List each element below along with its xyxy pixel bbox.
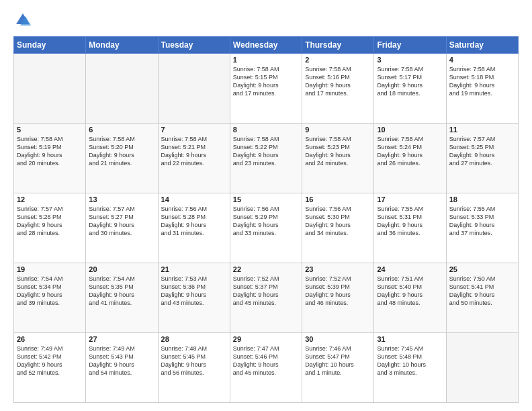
day-number: 21 xyxy=(161,265,227,273)
cell-line: and 17 minutes. xyxy=(233,89,299,97)
cell-text: Sunrise: 7:56 AMSunset: 5:29 PMDaylight:… xyxy=(233,205,299,238)
calendar-cell: 15Sunrise: 7:56 AMSunset: 5:29 PMDayligh… xyxy=(230,193,302,263)
cell-line: Sunrise: 7:58 AM xyxy=(17,135,83,143)
day-number: 25 xyxy=(449,265,515,273)
day-number: 18 xyxy=(449,195,515,203)
cell-line: and 43 minutes. xyxy=(161,299,227,307)
cell-line: Sunrise: 7:56 AM xyxy=(161,205,227,213)
calendar-week-5: 26Sunrise: 7:49 AMSunset: 5:42 PMDayligh… xyxy=(14,333,519,403)
calendar-table: SundayMondayTuesdayWednesdayThursdayFrid… xyxy=(13,36,519,403)
day-number: 28 xyxy=(161,335,227,343)
cell-line: and 37 minutes. xyxy=(449,229,515,237)
cell-line: Daylight: 9 hours xyxy=(305,221,371,229)
weekday-header-monday: Monday xyxy=(86,37,158,54)
cell-line: Sunrise: 7:56 AM xyxy=(305,205,371,213)
cell-line: Sunset: 5:19 PM xyxy=(17,143,83,151)
cell-line: Sunset: 5:30 PM xyxy=(305,213,371,221)
cell-line: Sunrise: 7:58 AM xyxy=(377,135,443,143)
weekday-header-saturday: Saturday xyxy=(446,37,518,54)
calendar-cell: 1Sunrise: 7:58 AMSunset: 5:15 PMDaylight… xyxy=(230,54,302,124)
cell-line: Daylight: 9 hours xyxy=(17,151,83,159)
cell-line: Sunset: 5:36 PM xyxy=(161,283,227,291)
cell-line: Sunrise: 7:58 AM xyxy=(377,65,443,73)
cell-line: Daylight: 9 hours xyxy=(233,361,299,369)
day-number: 24 xyxy=(377,265,443,273)
calendar-cell: 3Sunrise: 7:58 AMSunset: 5:17 PMDaylight… xyxy=(374,54,446,124)
calendar-cell: 13Sunrise: 7:57 AMSunset: 5:27 PMDayligh… xyxy=(86,193,158,263)
calendar-cell: 6Sunrise: 7:58 AMSunset: 5:20 PMDaylight… xyxy=(86,124,158,193)
day-number: 7 xyxy=(161,126,227,134)
day-number: 6 xyxy=(89,126,154,134)
cell-line: and 56 minutes. xyxy=(161,369,227,377)
cell-line: Sunrise: 7:51 AM xyxy=(377,275,443,283)
cell-line: Daylight: 9 hours xyxy=(449,151,515,159)
calendar-cell xyxy=(158,54,230,124)
cell-line: Daylight: 9 hours xyxy=(17,291,83,299)
cell-text: Sunrise: 7:55 AMSunset: 5:31 PMDaylight:… xyxy=(377,205,443,238)
cell-text: Sunrise: 7:58 AMSunset: 5:24 PMDaylight:… xyxy=(377,135,443,168)
calendar-week-1: 1Sunrise: 7:58 AMSunset: 5:15 PMDaylight… xyxy=(14,54,519,124)
calendar-cell: 9Sunrise: 7:58 AMSunset: 5:23 PMDaylight… xyxy=(302,124,374,193)
calendar-cell: 21Sunrise: 7:53 AMSunset: 5:36 PMDayligh… xyxy=(158,263,230,333)
cell-line: and 20 minutes. xyxy=(17,159,83,167)
logo xyxy=(13,11,35,30)
day-number: 4 xyxy=(449,56,515,64)
day-number: 31 xyxy=(377,335,443,343)
cell-text: Sunrise: 7:46 AMSunset: 5:47 PMDaylight:… xyxy=(305,345,371,377)
cell-line: and 48 minutes. xyxy=(377,299,443,307)
calendar-cell: 22Sunrise: 7:52 AMSunset: 5:37 PMDayligh… xyxy=(230,263,302,333)
cell-line: Sunrise: 7:48 AM xyxy=(161,345,227,353)
cell-line: Daylight: 9 hours xyxy=(377,151,443,159)
cell-text: Sunrise: 7:57 AMSunset: 5:27 PMDaylight:… xyxy=(89,205,154,238)
day-number: 17 xyxy=(377,195,443,203)
calendar-cell xyxy=(86,54,158,124)
calendar-cell: 27Sunrise: 7:49 AMSunset: 5:43 PMDayligh… xyxy=(86,333,158,403)
cell-line: Daylight: 10 hours xyxy=(377,361,443,369)
calendar-cell xyxy=(14,54,86,124)
cell-line: Daylight: 9 hours xyxy=(305,151,371,159)
calendar-cell: 28Sunrise: 7:48 AMSunset: 5:45 PMDayligh… xyxy=(158,333,230,403)
cell-line: Sunset: 5:22 PM xyxy=(233,143,299,151)
cell-line: Sunrise: 7:58 AM xyxy=(305,65,371,73)
cell-line: Daylight: 9 hours xyxy=(377,221,443,229)
cell-line: Sunset: 5:45 PM xyxy=(161,353,227,361)
calendar-cell: 12Sunrise: 7:57 AMSunset: 5:26 PMDayligh… xyxy=(14,193,86,263)
cell-line: Sunset: 5:41 PM xyxy=(449,283,515,291)
cell-text: Sunrise: 7:56 AMSunset: 5:28 PMDaylight:… xyxy=(161,205,227,238)
cell-line: Sunset: 5:47 PM xyxy=(305,353,371,361)
cell-line: Sunset: 5:48 PM xyxy=(377,353,443,361)
cell-text: Sunrise: 7:58 AMSunset: 5:16 PMDaylight:… xyxy=(305,65,371,98)
calendar-cell: 7Sunrise: 7:58 AMSunset: 5:21 PMDaylight… xyxy=(158,124,230,193)
cell-line: Sunrise: 7:55 AM xyxy=(377,205,443,213)
day-number: 9 xyxy=(305,126,371,134)
cell-line: and 22 minutes. xyxy=(161,159,227,167)
day-number: 3 xyxy=(377,56,443,64)
cell-line: Sunset: 5:18 PM xyxy=(449,73,515,81)
cell-line: Sunset: 5:20 PM xyxy=(89,143,154,151)
calendar-cell: 14Sunrise: 7:56 AMSunset: 5:28 PMDayligh… xyxy=(158,193,230,263)
cell-line: Daylight: 9 hours xyxy=(161,221,227,229)
cell-line: Sunrise: 7:58 AM xyxy=(161,135,227,143)
cell-text: Sunrise: 7:53 AMSunset: 5:36 PMDaylight:… xyxy=(161,275,227,308)
cell-line: Daylight: 9 hours xyxy=(89,291,154,299)
cell-line: Sunrise: 7:58 AM xyxy=(233,135,299,143)
day-number: 1 xyxy=(233,56,299,64)
cell-line: Sunrise: 7:58 AM xyxy=(305,135,371,143)
calendar-cell: 20Sunrise: 7:54 AMSunset: 5:35 PMDayligh… xyxy=(86,263,158,333)
cell-line: Daylight: 9 hours xyxy=(449,81,515,89)
cell-line: and 3 minutes. xyxy=(377,369,443,377)
cell-line: and 18 minutes. xyxy=(377,89,443,97)
day-number: 29 xyxy=(233,335,299,343)
cell-line: Daylight: 9 hours xyxy=(161,361,227,369)
cell-line: Sunset: 5:34 PM xyxy=(17,283,83,291)
cell-line: Daylight: 9 hours xyxy=(89,221,154,229)
day-number: 8 xyxy=(233,126,299,134)
cell-line: Daylight: 9 hours xyxy=(233,81,299,89)
weekday-header-friday: Friday xyxy=(374,37,446,54)
cell-line: Sunrise: 7:57 AM xyxy=(89,205,154,213)
calendar-cell: 19Sunrise: 7:54 AMSunset: 5:34 PMDayligh… xyxy=(14,263,86,333)
calendar-cell: 11Sunrise: 7:57 AMSunset: 5:25 PMDayligh… xyxy=(446,124,518,193)
cell-line: Sunset: 5:40 PM xyxy=(377,283,443,291)
cell-line: and 19 minutes. xyxy=(449,89,515,97)
day-number: 10 xyxy=(377,126,443,134)
